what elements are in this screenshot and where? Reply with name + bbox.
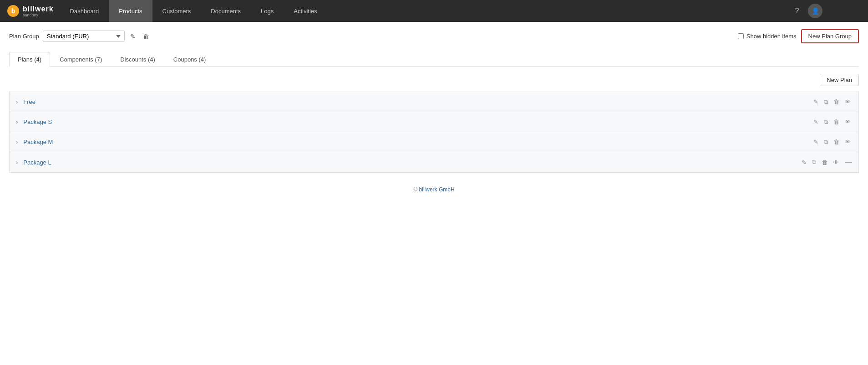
- show-hidden-checkbox[interactable]: [738, 33, 744, 39]
- plan-group-select[interactable]: Standard (EUR): [43, 31, 125, 42]
- nav-items: Dashboard Products Customers Documents L…: [60, 0, 784, 22]
- nav-documents[interactable]: Documents: [201, 0, 251, 22]
- table-row: › Free ✎ ⧉ 🗑 👁: [10, 92, 858, 112]
- delete-packagel-button[interactable]: 🗑: [820, 158, 829, 167]
- footer: © billwerk GmbH: [9, 173, 859, 206]
- plan-actions-packagem: ✎ ⧉ 🗑 👁: [812, 138, 852, 147]
- copy-packages-button[interactable]: ⧉: [822, 118, 829, 127]
- edit-plan-group-button[interactable]: ✎: [128, 32, 137, 41]
- tab-components[interactable]: Components (7): [51, 52, 111, 67]
- edit-free-button[interactable]: ✎: [812, 98, 820, 106]
- nav-customers[interactable]: Customers: [152, 0, 201, 22]
- delete-packagem-button[interactable]: 🗑: [832, 138, 841, 146]
- show-hidden-text: Show hidden items: [746, 33, 797, 40]
- plan-name-package-l[interactable]: Package L: [23, 159, 800, 166]
- nav-right: ? 👤: [784, 0, 868, 22]
- brand-sub: sandbox: [23, 13, 54, 17]
- delete-packages-button[interactable]: 🗑: [832, 118, 841, 126]
- copy-packagem-button[interactable]: ⧉: [822, 138, 829, 147]
- help-button[interactable]: ?: [790, 4, 804, 18]
- new-plan-group-button[interactable]: New Plan Group: [801, 29, 859, 43]
- navbar: b billwerk sandbox Dashboard Products Cu…: [0, 0, 868, 22]
- nav-products[interactable]: Products: [109, 0, 152, 22]
- table-row: › Package L ✎ ⧉ 🗑 👁 —: [10, 152, 858, 172]
- hide-packagem-button[interactable]: 👁: [843, 138, 852, 146]
- plan-name-package-m[interactable]: Package M: [23, 139, 812, 145]
- plan-group-controls: Plan Group Standard (EUR) ✎ 🗑: [9, 31, 151, 42]
- edit-packagel-button[interactable]: ✎: [800, 158, 808, 167]
- hide-free-button[interactable]: 👁: [843, 98, 852, 106]
- tab-discounts[interactable]: Discounts (4): [112, 52, 164, 67]
- table-row: › Package S ✎ ⧉ 🗑 👁: [10, 112, 858, 132]
- chevron-right-icon[interactable]: ›: [16, 98, 18, 105]
- edit-icon: ✎: [130, 33, 136, 40]
- user-icon: 👤: [812, 7, 819, 15]
- brand-logo-area: b billwerk sandbox: [0, 0, 60, 22]
- plans-list: › Free ✎ ⧉ 🗑 👁 › Package S ✎ ⧉ 🗑 👁 › Pac…: [9, 92, 859, 173]
- tab-coupons[interactable]: Coupons (4): [165, 52, 215, 67]
- svg-text:b: b: [11, 7, 15, 15]
- dash-separator: —: [845, 158, 852, 166]
- footer-prefix: ©: [413, 186, 417, 193]
- plan-name-package-s[interactable]: Package S: [23, 118, 812, 125]
- plan-actions-packagel: ✎ ⧉ 🗑 👁 —: [800, 158, 852, 167]
- plan-group-label: Plan Group: [9, 33, 39, 40]
- footer-link[interactable]: billwerk GmbH: [419, 186, 455, 193]
- new-plan-row: New Plan: [9, 74, 859, 86]
- main-content: Plan Group Standard (EUR) ✎ 🗑 Show hidde…: [0, 22, 868, 214]
- hide-packagel-button[interactable]: 👁: [832, 158, 840, 167]
- show-hidden-area: Show hidden items: [156, 33, 797, 40]
- nav-activities[interactable]: Activities: [284, 0, 327, 22]
- plan-group-row: Plan Group Standard (EUR) ✎ 🗑 Show hidde…: [9, 29, 859, 43]
- nav-logs[interactable]: Logs: [251, 0, 284, 22]
- copy-free-button[interactable]: ⧉: [822, 98, 829, 107]
- user-avatar-button[interactable]: 👤: [808, 4, 822, 18]
- plan-actions-free: ✎ ⧉ 🗑 👁: [812, 98, 852, 107]
- help-icon: ?: [795, 7, 799, 15]
- new-plan-button[interactable]: New Plan: [820, 74, 859, 86]
- show-hidden-label[interactable]: Show hidden items: [738, 33, 797, 40]
- hide-packages-button[interactable]: 👁: [843, 118, 852, 126]
- trash-icon: 🗑: [143, 33, 149, 40]
- chevron-right-icon[interactable]: ›: [16, 118, 18, 125]
- brand-name: billwerk: [23, 5, 54, 13]
- nav-dashboard[interactable]: Dashboard: [60, 0, 109, 22]
- chevron-right-icon[interactable]: ›: [16, 139, 18, 145]
- delete-plan-group-button[interactable]: 🗑: [141, 32, 151, 41]
- table-row: › Package M ✎ ⧉ 🗑 👁: [10, 132, 858, 152]
- edit-packages-button[interactable]: ✎: [812, 118, 820, 126]
- plan-actions-packages: ✎ ⧉ 🗑 👁: [812, 118, 852, 127]
- tab-plans[interactable]: Plans (4): [9, 52, 50, 67]
- edit-packagem-button[interactable]: ✎: [812, 138, 820, 146]
- billwerk-icon: b: [6, 4, 20, 18]
- delete-free-button[interactable]: 🗑: [832, 98, 841, 106]
- copy-packagel-button[interactable]: ⧉: [811, 158, 817, 167]
- chevron-right-icon[interactable]: ›: [16, 159, 18, 166]
- tabs: Plans (4) Components (7) Discounts (4) C…: [9, 51, 859, 67]
- plan-name-free[interactable]: Free: [23, 98, 812, 105]
